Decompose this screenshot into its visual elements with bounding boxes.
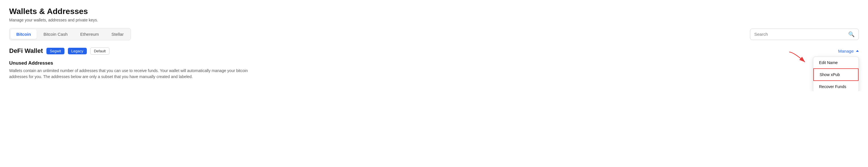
manage-area: Manage Edit Name Show xPub Reco (838, 48, 859, 54)
manage-button[interactable]: Manage (838, 48, 859, 54)
badge-segwit[interactable]: Segwit (46, 48, 64, 54)
unused-title: Unused Addresses (9, 60, 267, 66)
unused-section: Unused Addresses Wallets contain an unli… (9, 60, 267, 80)
search-box: 🔍 (750, 29, 859, 40)
dropdown-item-edit-name[interactable]: Edit Name (813, 57, 859, 68)
tab-bitcoin[interactable]: Bitcoin (10, 29, 37, 39)
wallet-header: DeFi Wallet Segwit Legacy Default Manage (9, 47, 859, 55)
tab-stellar[interactable]: Stellar (106, 29, 129, 39)
wallet-section: DeFi Wallet Segwit Legacy Default Manage (9, 47, 859, 80)
tabs-search-row: Bitcoin Bitcoin Cash Ethereum Stellar 🔍 (9, 28, 859, 40)
page-subtitle: Manage your wallets, addresses and priva… (9, 18, 859, 22)
badge-legacy[interactable]: Legacy (68, 48, 87, 54)
wallet-name: DeFi Wallet (9, 47, 43, 55)
tab-ethereum[interactable]: Ethereum (74, 29, 104, 39)
search-icon[interactable]: 🔍 (848, 31, 855, 37)
dropdown-item-show-xpub[interactable]: Show xPub (813, 68, 859, 81)
wallet-title-row: DeFi Wallet Segwit Legacy Default (9, 47, 110, 55)
tab-bar: Bitcoin Bitcoin Cash Ethereum Stellar (9, 28, 131, 40)
dropdown-item-recover-funds[interactable]: Recover Funds (813, 81, 859, 92)
search-input[interactable] (754, 32, 848, 37)
tab-bitcoin-cash[interactable]: Bitcoin Cash (38, 29, 73, 39)
chevron-up-icon (856, 50, 859, 52)
badge-default[interactable]: Default (90, 47, 110, 55)
unused-description: Wallets contain an unlimited number of a… (9, 68, 267, 80)
page-title: Wallets & Addresses (9, 7, 859, 16)
bottom-row: Unused Addresses Wallets contain an unli… (9, 58, 859, 80)
dropdown-menu: Edit Name Show xPub Recover Funds (813, 57, 859, 92)
